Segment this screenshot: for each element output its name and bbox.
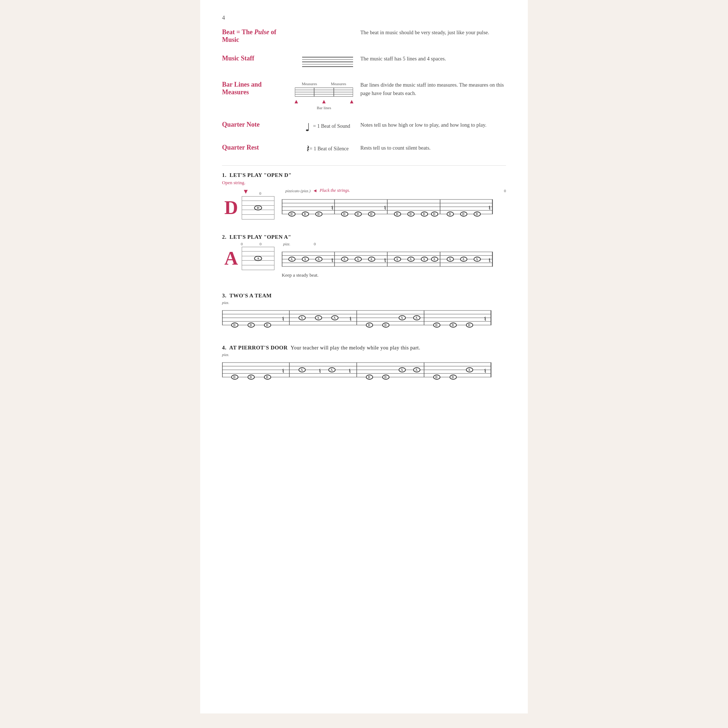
svg-text:D: D <box>462 213 465 216</box>
down-bow-icon: ▼ <box>242 188 249 196</box>
staff-description: The music staff has 5 lines and 4 spaces… <box>360 54 506 63</box>
svg-text:D: D <box>384 324 387 327</box>
exercise-1-staff-svg: D D D 𝄽 D D <box>282 194 493 218</box>
svg-text:𝄽: 𝄽 <box>349 316 351 321</box>
quarter-rest-inline: 𝄽 = 1 Beat of Silence <box>306 143 348 155</box>
staff-line-3 <box>302 61 353 62</box>
pizz-label-row-2: pizz. 0 <box>283 242 506 246</box>
exercise-1-note-box: D D <box>222 196 279 219</box>
beat-description: The beat in music should be very steady,… <box>360 28 506 37</box>
exercise-4-title: 4. AT PIERROT'S DOOR Your teacher will p… <box>222 345 506 351</box>
svg-text:A: A <box>330 369 333 372</box>
zero-above-2: 0 <box>314 242 316 246</box>
svg-text:𝄽: 𝄽 <box>331 258 333 262</box>
svg-text:D: D <box>266 324 268 327</box>
pizz-arrow-icon: ◄ <box>313 188 317 194</box>
measures-labels: Measures Measures <box>295 81 353 86</box>
svg-text:D: D <box>410 213 412 216</box>
barlines-svg <box>295 87 353 98</box>
svg-text:D: D <box>396 213 398 216</box>
svg-text:D: D <box>304 213 306 216</box>
svg-text:A: A <box>433 258 435 261</box>
svg-text:D: D <box>357 213 359 216</box>
exercise-2-annotations: 0 0 <box>241 242 262 246</box>
exercise-1-staff-container: D D D 𝄽 D D <box>282 194 506 219</box>
zero-label-right-1: 0 <box>504 188 506 193</box>
page: 4 Beat = The Pulse of Music The beat in … <box>200 0 528 713</box>
svg-text:D: D <box>233 376 236 379</box>
exercise-2: 2. LET'S PLAY "OPEN A" 0 0 A <box>222 234 506 278</box>
beat-label: Beat = The Pulse of Music <box>222 28 295 44</box>
svg-text:𝄽: 𝄽 <box>488 258 490 262</box>
note-letter-D: D <box>222 198 240 217</box>
svg-text:𝄽: 𝄽 <box>484 369 486 373</box>
svg-text:𝄽: 𝄽 <box>384 205 386 210</box>
exercise-1-content: ▼ 0 D D <box>222 188 506 219</box>
quarter-note-equals: = 1 Beat of Sound <box>313 123 350 129</box>
exercise-4: 4. AT PIERROT'S DOOR Your teacher will p… <box>222 345 506 382</box>
section-divider <box>222 165 506 166</box>
svg-text:A: A <box>370 258 372 261</box>
svg-text:A: A <box>396 258 398 261</box>
svg-text:D: D <box>452 324 454 327</box>
quarter-note-label: Quarter Note <box>222 120 295 128</box>
svg-text:D: D <box>449 213 451 216</box>
quarter-note-inline: ♩ = 1 Beat of Sound <box>305 120 350 133</box>
note-letter-A: A <box>222 249 240 268</box>
measures-label-1: Measures <box>302 81 317 86</box>
exercise-1-title: 1. LET'S PLAY "OPEN D" <box>222 172 506 178</box>
exercise-1: 1. LET'S PLAY "OPEN D" Open string. ▼ 0 … <box>222 172 506 219</box>
exercise-1-subtitle: Open string. <box>222 180 506 186</box>
svg-text:D: D <box>476 213 478 216</box>
quarter-rest-label: Quarter Rest <box>222 143 295 151</box>
staff-label: Music Staff <box>222 54 295 62</box>
staff-line-5 <box>302 66 353 67</box>
quarter-note-section: Quarter Note ♩ = 1 Beat of Sound Notes t… <box>222 120 506 133</box>
svg-text:D: D <box>423 213 425 216</box>
staff-line-4 <box>302 64 353 65</box>
staff-line-1 <box>302 57 353 58</box>
barlines-label: Bar Lines andMeasures <box>222 80 295 96</box>
svg-text:A: A <box>357 258 359 261</box>
beat-section: Beat = The Pulse of Music The beat in mu… <box>222 28 506 44</box>
svg-text:A: A <box>462 258 465 261</box>
svg-text:A: A <box>317 258 320 261</box>
exercise-1-annotations: ▼ 0 <box>242 188 261 196</box>
svg-text:D: D <box>384 376 387 379</box>
svg-text:A: A <box>301 369 303 372</box>
svg-text:D: D <box>368 376 370 379</box>
svg-text:A: A <box>317 316 319 320</box>
exercise-2-footer: Keep a steady beat. <box>282 272 506 278</box>
sb2-line-4 <box>242 265 274 265</box>
pizz-label-3: pizz. <box>222 300 506 305</box>
svg-text:A: A <box>333 316 336 320</box>
svg-text:D: D <box>468 324 470 327</box>
svg-text:𝄽: 𝄽 <box>488 205 490 210</box>
measures-label-2: Measures <box>331 81 346 86</box>
sb-line-4 <box>242 214 274 215</box>
svg-text:A: A <box>476 258 478 261</box>
exercise-1-left: ▼ 0 D D <box>222 188 279 219</box>
quarter-note-visual: ♩ = 1 Beat of Sound <box>295 120 360 133</box>
staff-lines-diagram <box>302 57 353 67</box>
svg-text:A: A <box>301 316 303 320</box>
svg-text:D: D <box>266 376 268 379</box>
svg-text:𝄽: 𝄽 <box>331 205 333 210</box>
barlines-text-label: Bar lines <box>295 106 353 110</box>
exercise-1-score: pizzicato (pizz.) ◄ Pluck the strings. 0 <box>282 188 506 219</box>
svg-text:A: A <box>415 316 418 320</box>
barlines-description: Bar lines divide the music staff into me… <box>360 80 506 98</box>
exercise-2-score: pizz. 0 A <box>282 242 506 278</box>
zero-label-2b: 0 <box>260 242 262 246</box>
exercise-3-staff-svg: D D D 𝄽 A A A 𝄽 D D A A D <box>222 305 491 329</box>
svg-text:𝄽: 𝄽 <box>282 369 284 373</box>
svg-text:A: A <box>401 316 403 320</box>
quarter-note-description: Notes tell us how high or low to play, a… <box>360 120 506 129</box>
svg-text:D: D <box>435 324 437 327</box>
svg-text:A: A <box>401 369 403 372</box>
quarter-rest-section: Quarter Rest 𝄽 = 1 Beat of Silence Rests… <box>222 143 506 155</box>
svg-text:D: D <box>435 376 437 379</box>
exercise-4-subtitle: Your teacher will play the melody while … <box>291 345 421 350</box>
svg-text:𝄽: 𝄽 <box>484 316 486 321</box>
pizz-label-4: pizz. <box>222 352 506 357</box>
